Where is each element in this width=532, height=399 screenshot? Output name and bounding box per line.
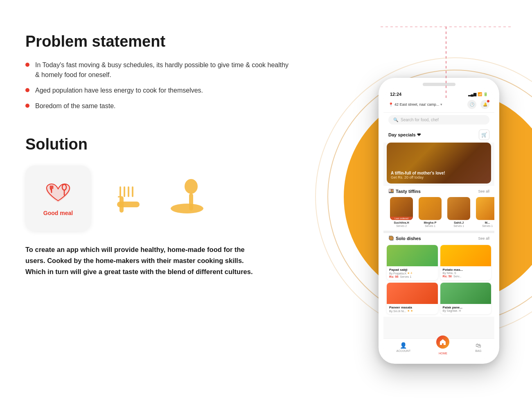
dish-serves-0: Serves 1 xyxy=(400,275,412,278)
phone-outer: 12:24 ▂▄▆ 📶 🔋 📍 42 East street, naa' cam… xyxy=(379,78,499,364)
location-action-icons: 🕐 🔔 xyxy=(467,100,489,109)
search-bar-container: 🔍 Search for food, chef xyxy=(383,113,494,128)
dish-by-3: By Sagnlae. H xyxy=(443,309,489,312)
solo-dishes-header: 🥘 Solo dishes See all xyxy=(383,233,494,243)
promo-title: A tiffin-full of mother's love! xyxy=(391,171,487,175)
dish-by-1: By Niha..S xyxy=(443,272,489,274)
dish-name-2: Paneer masala xyxy=(389,306,435,309)
last-ordered-badge: Last ordered xyxy=(390,217,413,220)
dish-image-0 xyxy=(387,245,438,266)
tiffin-name-2: Sahil.J xyxy=(454,221,464,224)
day-specials-label: Day specials ❤ xyxy=(388,132,421,138)
nav-bag[interactable]: 🛍 BAG xyxy=(476,342,482,355)
search-icon: 🔍 xyxy=(393,118,398,122)
dish-name-0: Papad sabji xyxy=(389,268,435,272)
dish-by-2: By Sm.lli Ni... ★ ★ xyxy=(389,309,435,313)
notification-icon[interactable]: 🔔 xyxy=(480,100,489,109)
left-panel: Problem statement In Today's fast moving… xyxy=(25,33,291,278)
dish-name-1: Potato mas... xyxy=(443,268,489,272)
nav-home[interactable]: HOME xyxy=(436,342,449,355)
svg-rect-10 xyxy=(117,202,140,207)
promo-banner[interactable]: A tiffin-full of mother's love! Get Rs. … xyxy=(387,143,491,184)
solution-row: Good meal xyxy=(25,165,291,231)
dish-stars-2: ★ ★ xyxy=(407,309,413,313)
basket-icon[interactable]: 🛒 xyxy=(479,129,489,140)
bullet-item-1: In Today's fast moving & busy schedules,… xyxy=(25,60,291,80)
tiffin-card-1[interactable]: Megha P Serves 1 xyxy=(417,197,443,227)
dish-price-1: Rs: 50 xyxy=(443,274,452,278)
tiffin-icon: 🍱 xyxy=(388,188,394,194)
dish-card-3[interactable]: Palak pane... By Sagnlae. H xyxy=(440,283,491,314)
cutlery-decoration xyxy=(115,179,205,218)
right-panel: 12:24 ▂▄▆ 📶 🔋 📍 42 East street, naa' cam… xyxy=(278,0,532,399)
tiffin-card-2[interactable]: Sahil.J Serves 1 xyxy=(446,197,472,227)
location-text: 📍 42 East street, naa' camp... ▾ xyxy=(388,102,442,107)
phone-screen: 12:24 ▂▄▆ 📶 🔋 📍 42 East street, naa' cam… xyxy=(383,88,494,359)
bullet-text-1: In Today's fast moving & busy schedules,… xyxy=(35,60,291,80)
good-meal-logo-svg xyxy=(42,180,74,206)
history-icon[interactable]: 🕐 xyxy=(467,100,476,109)
dish-stars-0: ★ 4 xyxy=(407,272,412,275)
dish-image-2 xyxy=(387,283,438,304)
tiffin-serves-1: Serves 1 xyxy=(425,224,435,227)
dishes-see-all[interactable]: See all xyxy=(478,236,489,240)
search-placeholder: Search for food, chef xyxy=(401,118,439,122)
bullet-text-3: Boredom of the same taste. xyxy=(35,101,116,111)
dish-info-1: Potato mas... By Niha..S Rs: 50 Serv... xyxy=(440,266,491,280)
bullet-dot-1 xyxy=(25,63,29,67)
bullet-text-2: Aged population have less energy to cook… xyxy=(35,86,203,95)
account-icon: 👤 xyxy=(400,342,407,349)
dish-image-3 xyxy=(440,283,491,304)
tiffin-image-2 xyxy=(447,197,470,220)
dish-by-0: By Prajakta.K ★ 4 xyxy=(389,272,435,275)
bag-icon: 🛍 xyxy=(476,342,481,349)
location-bar[interactable]: 📍 42 East street, naa' camp... ▾ 🕐 🔔 xyxy=(383,98,494,113)
bullet-dot-3 xyxy=(25,104,29,108)
tiffin-card-0[interactable]: Last ordered Suchitra.H Serves 2 xyxy=(388,197,415,227)
home-icon xyxy=(436,336,449,349)
dish-icon: 🥘 xyxy=(388,236,394,241)
phone-mockup: 12:24 ▂▄▆ 📶 🔋 📍 42 East street, naa' cam… xyxy=(379,78,499,364)
svg-point-2 xyxy=(185,179,198,194)
solution-title: Solution xyxy=(25,136,291,153)
tiffin-image-0: Last ordered xyxy=(390,197,413,220)
tasty-tiffins-header: 🍱 Tasty tiffins See all xyxy=(383,186,494,195)
tiffin-image-1 xyxy=(419,197,442,220)
dishes-grid: Papad sabji By Prajakta.K ★ 4 Rs: 55 Ser… xyxy=(383,243,494,317)
tiffin-cards-row: Last ordered Suchitra.H Serves 2 Megha P… xyxy=(383,195,494,231)
dish-info-2: Paneer masala By Sm.lli Ni... ★ ★ xyxy=(387,304,438,314)
bullet-dot-2 xyxy=(25,88,29,92)
location-pin-icon: 📍 xyxy=(388,102,393,107)
solo-dishes-title: 🥘 Solo dishes xyxy=(388,236,421,241)
problem-title: Problem statement xyxy=(25,33,291,50)
tiffin-image-3 xyxy=(476,197,494,220)
tiffin-serves-3: Serves 1 xyxy=(482,224,493,227)
dish-info-3: Palak pane... By Sagnlae. H xyxy=(440,304,491,314)
dish-price-row-1: Rs: 50 Serv... xyxy=(443,274,489,278)
dish-price-0: Rs: 55 xyxy=(389,275,399,279)
tiffin-name-3: M... xyxy=(485,221,490,224)
tiffin-card-3[interactable]: M... Serves 1 xyxy=(474,197,494,227)
location-address: 42 East street, naa' camp... xyxy=(394,102,439,107)
tiffins-see-all[interactable]: See all xyxy=(478,189,489,193)
dish-card-2[interactable]: Paneer masala By Sm.lli Ni... ★ ★ xyxy=(387,283,438,314)
dish-card-0[interactable]: Papad sabji By Prajakta.K ★ 4 Rs: 55 Ser… xyxy=(387,245,438,280)
dish-image-1 xyxy=(440,245,491,266)
promo-text-overlay: A tiffin-full of mother's love! Get Rs. … xyxy=(387,143,491,184)
dish-name-3: Palak pane... xyxy=(443,306,489,309)
nav-bag-label: BAG xyxy=(476,349,482,352)
tiffin-name-0: Suchitra.H xyxy=(394,221,409,224)
dish-info-0: Papad sabji By Prajakta.K ★ 4 Rs: 55 Ser… xyxy=(387,266,438,280)
chevron-down-icon: ▾ xyxy=(440,102,442,107)
nav-account-label: ACCOUNT xyxy=(397,349,411,352)
day-specials-header: Day specials ❤ 🛒 xyxy=(383,128,494,143)
nav-account[interactable]: 👤 ACCOUNT xyxy=(397,342,411,355)
dish-card-1[interactable]: Potato mas... By Niha..S Rs: 50 Serv... xyxy=(440,245,491,280)
search-input[interactable]: 🔍 Search for food, chef xyxy=(388,115,489,125)
dish-serves-1: Serv... xyxy=(453,275,462,278)
tasty-tiffins-title: 🍱 Tasty tiffins xyxy=(388,188,421,194)
logo-label: Good meal xyxy=(43,210,73,216)
bottom-navigation: 👤 ACCOUNT HOME 🛍 BAG xyxy=(383,338,494,359)
promo-subtitle: Get Rs. 20 off today xyxy=(391,175,487,179)
problem-bullet-list: In Today's fast moving & busy schedules,… xyxy=(25,60,291,111)
